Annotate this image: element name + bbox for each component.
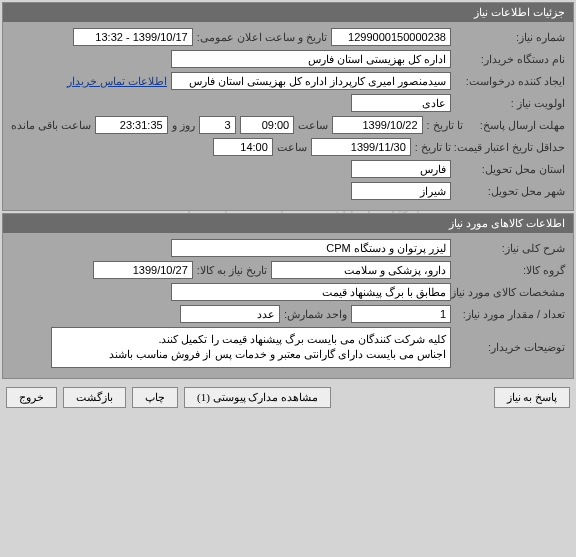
priority-label: اولویت نیاز : — [455, 97, 565, 110]
time-label-1: ساعت — [298, 119, 328, 132]
time2-field: 14:00 — [213, 138, 273, 156]
creator-label: ایجاد کننده درخواست: — [455, 75, 565, 88]
buyer-desc-label: توضیحات خریدار: — [455, 341, 565, 354]
city-field: شیراز — [351, 182, 451, 200]
contact-link[interactable]: اطلاعات تماس خریدار — [67, 75, 167, 88]
goods-date-field: 1399/10/27 — [93, 261, 193, 279]
priority-field: عادی — [351, 94, 451, 112]
min-validity-label: حداقل تاریخ اعتبار قیمت: — [455, 141, 565, 154]
to-date-field: 1399/10/22 — [332, 116, 422, 134]
time1-field: 09:00 — [240, 116, 295, 134]
deadline-label: مهلت ارسال پاسخ: — [467, 119, 565, 132]
unit-field: عدد — [180, 305, 280, 323]
to-date2-label: تا تاریخ : — [415, 141, 451, 154]
footer-bar: پاسخ به نیاز مشاهده مدارک پیوستی (1) چاپ… — [0, 381, 576, 414]
desc-field: لیزر پرتوان و دستگاه CPM — [171, 239, 451, 257]
buyer-desc-field: کلیه شرکت کنندگان می بایست برگ پیشنهاد ق… — [51, 327, 451, 368]
need-number-field: 1299000150000238 — [331, 28, 451, 46]
group-field: دارو، پزشکی و سلامت — [271, 261, 451, 279]
to-date2-field: 1399/11/30 — [311, 138, 411, 156]
creator-field: سیدمنصور امیری کارپرداز اداره کل بهزیستی… — [171, 72, 451, 90]
buyer-org-label: نام دستگاه خریدار: — [455, 53, 565, 66]
print-button[interactable]: چاپ — [132, 387, 178, 408]
spec-field: مطابق با برگ پیشنهاد قیمت — [171, 283, 451, 301]
spec-label: مشخصات کالای مورد نیاز: — [455, 286, 565, 299]
time-label-2: ساعت — [277, 141, 307, 154]
need-info-panel: جزئیات اطلاعات نیاز شماره نیاز: 12990001… — [2, 2, 574, 211]
goods-date-label: تاریخ نیاز به کالا: — [197, 264, 267, 277]
panel2-title: اطلاعات کالاهای مورد نیاز — [3, 214, 573, 233]
remain-label: ساعت باقی مانده — [11, 119, 91, 132]
qty-label: تعداد / مقدار مورد نیاز: — [455, 308, 565, 321]
reply-button[interactable]: پاسخ به نیاز — [494, 387, 571, 408]
to-date-label: تا تاریخ : — [427, 119, 463, 132]
province-field: فارس — [351, 160, 451, 178]
remain-time-field: 23:31:35 — [95, 116, 168, 134]
province-label: استان محل تحویل: — [455, 163, 565, 176]
group-label: گروه کالا: — [455, 264, 565, 277]
days-label: روز و — [172, 119, 195, 132]
public-date-field: 1399/10/17 - 13:32 — [73, 28, 193, 46]
unit-label: واحد شمارش: — [284, 308, 347, 321]
public-date-label: تاریخ و ساعت اعلان عمومی: — [197, 31, 327, 44]
city-label: شهر محل تحویل: — [455, 185, 565, 198]
panel1-title: جزئیات اطلاعات نیاز — [3, 3, 573, 22]
goods-info-panel: اطلاعات کالاهای مورد نیاز شرح کلی نیاز: … — [2, 213, 574, 379]
exit-button[interactable]: خروج — [6, 387, 57, 408]
days-field: 3 — [199, 116, 236, 134]
desc-label: شرح کلی نیاز: — [455, 242, 565, 255]
back-button[interactable]: بازگشت — [63, 387, 126, 408]
need-number-label: شماره نیاز: — [455, 31, 565, 44]
attachments-button[interactable]: مشاهده مدارک پیوستی (1) — [184, 387, 331, 408]
qty-field: 1 — [351, 305, 451, 323]
buyer-org-field: اداره کل بهزیستی استان فارس — [171, 50, 451, 68]
